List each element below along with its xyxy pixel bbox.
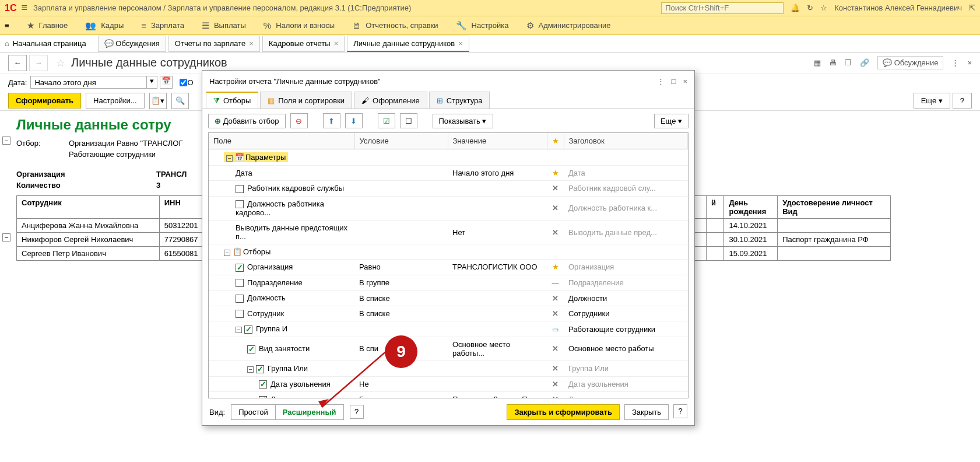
menu-nastroika[interactable]: 🔧Настройка — [456, 20, 509, 31]
menu-nalogi[interactable]: %Налоги и взносы — [264, 20, 335, 30]
x-icon[interactable]: ✕ — [552, 364, 559, 373]
dlg-tab-structure[interactable]: ⊞Структура — [429, 92, 490, 108]
delete-button[interactable]: ⊖ — [290, 113, 308, 128]
filter-row[interactable]: ДолжностьВ списке✕Должности — [209, 290, 688, 306]
close-icon[interactable]: × — [683, 77, 687, 86]
filter-row[interactable]: Должность работника кадрово...✕Должность… — [209, 196, 688, 220]
row-checkbox[interactable]: ✓ — [259, 380, 267, 388]
calendar-icon[interactable]: 📅 — [160, 76, 173, 89]
filter-row[interactable]: ДатаНачало этого дня★Дата — [209, 166, 688, 181]
filter-row[interactable]: СотрудникВ списке✕Сотрудники — [209, 306, 688, 321]
tree-toggle-icon[interactable]: – — [224, 250, 230, 256]
tree-collapse[interactable]: – — [2, 233, 10, 242]
filter-row[interactable]: –📋Отборы — [209, 244, 688, 260]
menu-zarplata[interactable]: ≡Зарплата — [141, 20, 184, 30]
close-icon[interactable]: × — [334, 39, 339, 48]
run-report-button[interactable]: Сформировать — [8, 93, 81, 108]
dlg-tab-filters[interactable]: ⧩Отборы — [206, 92, 258, 108]
home-icon[interactable]: ⌂ — [5, 39, 9, 48]
menu-vyplaty[interactable]: ☰Выплаты — [202, 20, 246, 31]
x-icon[interactable]: ✕ — [552, 309, 559, 318]
view-icon[interactable]: ▭ — [552, 326, 559, 334]
dlg-tab-style[interactable]: 🖌Оформление — [354, 92, 427, 108]
tab-discuss[interactable]: 💬 Обсуждения — [98, 36, 166, 52]
filter-row[interactable]: ✓ОрганизацияРавноТРАНСЛОГИСТИК ООО★Орган… — [209, 260, 688, 275]
forward-button[interactable]: → — [29, 55, 48, 71]
filter-row[interactable]: –✓Группа Или✕Группа Или — [209, 360, 688, 376]
check-all-button[interactable]: ☑ — [378, 113, 395, 128]
menu-otchetnost[interactable]: 🗎Отчетность, справки — [352, 20, 438, 30]
view-simple[interactable]: Простой — [231, 405, 276, 419]
grid-icon[interactable]: ▦ — [814, 58, 821, 67]
tab-personal-data[interactable]: Личные данные сотрудников× — [347, 36, 469, 52]
burger-icon[interactable]: ≡ — [21, 2, 27, 14]
find-button[interactable]: 🔍 — [171, 93, 189, 109]
filter-row[interactable]: ✓Вид занятостиВ спиОсновное место работы… — [209, 337, 688, 360]
x-icon[interactable]: ✕ — [552, 380, 559, 388]
discussion-button[interactable]: 💬Обсуждение — [877, 56, 944, 69]
view-icon[interactable]: — — [552, 279, 559, 287]
filter-row[interactable]: ПодразделениеВ группе—Подразделение — [209, 275, 688, 290]
star-icon[interactable]: ★ — [552, 262, 559, 271]
tree-toggle-icon[interactable]: – — [247, 366, 254, 373]
link-icon[interactable]: 🔗 — [860, 58, 869, 67]
row-checkbox[interactable] — [236, 185, 244, 193]
show-button[interactable]: Показывать ▾ — [433, 114, 493, 128]
row-checkbox[interactable]: ✓ — [256, 365, 264, 373]
user-name[interactable]: Константинов Алексей Геннадиевич — [834, 4, 962, 12]
window-icon[interactable]: ❐ — [845, 58, 852, 67]
print-icon[interactable]: 🖶 — [829, 58, 837, 67]
settings-button[interactable]: Настройки... — [86, 93, 145, 108]
kebab-icon[interactable]: ⋮ — [951, 58, 959, 67]
dlg-tab-fields[interactable]: ▥Поля и сортировки — [260, 92, 352, 108]
close-icon[interactable]: × — [249, 39, 254, 48]
row-checkbox[interactable] — [236, 295, 244, 303]
load-variant-button[interactable]: 📋▾ — [149, 93, 167, 109]
row-checkbox[interactable] — [236, 279, 244, 287]
row-checkbox[interactable]: ✓ — [244, 326, 252, 334]
star-icon[interactable]: ★ — [552, 169, 559, 177]
tree-collapse[interactable]: – — [2, 136, 10, 145]
menu-burger-icon[interactable]: ≡ — [5, 21, 9, 30]
menu-main[interactable]: ★Главное — [27, 20, 68, 31]
x-icon[interactable]: ✕ — [552, 204, 559, 212]
filter-row[interactable]: –✓Группа И▭Работающие сотрудники — [209, 321, 688, 337]
filter-row[interactable]: ✓Дата увольненияНе✕Дата увольнения — [209, 376, 688, 392]
filter-row[interactable]: Работник кадровой службы✕Работник кадров… — [209, 181, 688, 197]
row-checkbox[interactable]: ✓ — [247, 345, 255, 354]
add-filter-button[interactable]: ⊕ Добавить отбор — [208, 114, 286, 128]
tab-reports-salary[interactable]: Отчеты по зарплате× — [168, 36, 260, 52]
maximize-icon[interactable]: □ — [672, 77, 676, 86]
uncheck-all-button[interactable]: ☐ — [400, 113, 417, 128]
move-up-button[interactable]: ⬆ — [323, 113, 340, 128]
close-and-run-button[interactable]: Закрыть и сформировать — [507, 404, 620, 420]
bell-icon[interactable]: 🔔 — [791, 4, 800, 12]
dock-icon[interactable]: ⇱ — [969, 4, 975, 12]
dlg-more-button[interactable]: Еще ▾ — [654, 114, 689, 128]
help-button[interactable]: ? — [953, 93, 972, 108]
row-checkbox[interactable]: ✓ — [236, 264, 244, 272]
tab-home[interactable]: Начальная страница — [13, 39, 86, 48]
date-input[interactable] — [30, 76, 147, 89]
row-checkbox[interactable] — [236, 200, 244, 208]
org-checkbox[interactable] — [180, 79, 187, 86]
close-icon[interactable]: × — [967, 58, 972, 67]
tree-toggle-icon[interactable]: – — [226, 155, 233, 162]
tab-reports-hr[interactable]: Кадровые отчеты× — [262, 36, 345, 52]
close-button[interactable]: Закрыть — [624, 404, 669, 420]
history-icon[interactable]: ↻ — [807, 4, 813, 12]
date-dropdown[interactable]: ▾ — [147, 76, 157, 89]
star-icon[interactable]: ☆ — [820, 4, 827, 12]
x-icon[interactable]: ✕ — [552, 294, 559, 303]
x-icon[interactable]: ✕ — [552, 344, 559, 353]
filter-grid[interactable]: Поле Условие Значение ★ Заголовок –📅Пара… — [208, 132, 689, 398]
back-button[interactable]: ← — [8, 55, 27, 71]
menu-admin[interactable]: ⚙Администрирование — [526, 20, 611, 31]
dlg-help-button[interactable]: ? — [673, 404, 687, 418]
kebab-icon[interactable]: ⋮ — [657, 77, 665, 86]
menu-kadry[interactable]: 👥Кадры — [85, 20, 124, 31]
filter-row[interactable]: ✓Дата увольненияБольше или равноПараметр… — [209, 392, 688, 398]
favorite-icon[interactable]: ☆ — [56, 57, 65, 69]
move-down-button[interactable]: ⬇ — [345, 113, 363, 128]
row-checkbox[interactable] — [236, 310, 244, 318]
